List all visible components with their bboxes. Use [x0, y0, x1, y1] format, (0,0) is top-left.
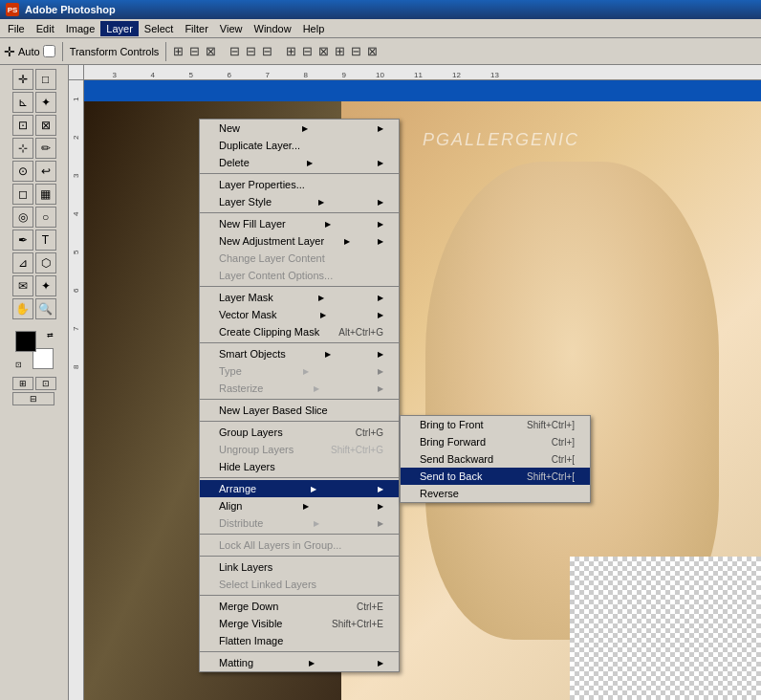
ruler-mark: 7: [233, 71, 272, 79]
path-tool[interactable]: ⊿: [12, 252, 33, 273]
dist-icon1[interactable]: ⊞: [286, 44, 296, 58]
menu-align[interactable]: Align ▶: [200, 497, 399, 514]
dodge-tool[interactable]: ○: [35, 207, 56, 228]
menu-matting[interactable]: Matting ▶: [200, 654, 399, 671]
slice-tool[interactable]: ⊠: [35, 115, 56, 136]
hand-tool[interactable]: ✋: [12, 298, 33, 319]
menu-divider-2: [200, 212, 399, 213]
arrange-bring-to-front[interactable]: Bring to Front Shift+Ctrl+]: [401, 416, 590, 433]
eraser-tool[interactable]: ◻: [12, 184, 33, 205]
healing-tool[interactable]: ⊹: [12, 138, 33, 159]
clone-tool[interactable]: ⊙: [12, 161, 33, 182]
canvas-with-ruler: 1 2 3 4 5 6 7 8: [69, 80, 761, 700]
menu-filter[interactable]: Filter: [179, 21, 213, 36]
menu-rasterize: Rasterize ▶: [200, 380, 399, 397]
shape-tool[interactable]: ⬡: [35, 252, 56, 273]
ruler-mark-v: 8: [69, 348, 83, 386]
pen-tool[interactable]: ✒: [12, 230, 33, 251]
magic-wand-tool[interactable]: ✦: [35, 92, 56, 113]
lasso-tool[interactable]: ⊾: [12, 92, 33, 113]
arrange-bring-forward[interactable]: Bring Forward Ctrl+]: [401, 433, 590, 450]
menu-arrange[interactable]: Arrange ▶: [200, 480, 399, 497]
standard-mode-btn[interactable]: ⊞: [12, 377, 33, 390]
menu-divider-7: [200, 477, 399, 478]
menu-layer-content-options-label: Layer Content Options...: [219, 270, 333, 281]
quickmask-mode-btn[interactable]: ⊡: [35, 377, 56, 390]
menu-merge-visible-shortcut: Shift+Ctrl+E: [332, 619, 383, 629]
blur-tool[interactable]: ◎: [12, 207, 33, 228]
menu-select[interactable]: Select: [139, 21, 180, 36]
align-middle-icon[interactable]: ⊟: [246, 44, 256, 58]
canvas-title-bar: [84, 80, 761, 101]
menu-new[interactable]: New ▶: [200, 120, 399, 137]
dist-icon5[interactable]: ⊟: [351, 44, 361, 58]
menu-clipping-mask-label: Create Clipping Mask: [219, 326, 319, 338]
crop-tool[interactable]: ⊡: [12, 115, 33, 136]
menu-rasterize-arrow: ▶: [314, 384, 319, 393]
color-swatches: ⇄ ⊡: [15, 331, 54, 369]
arrange-bring-forward-label: Bring Forward: [420, 436, 486, 448]
menu-group-layers[interactable]: Group Layers Ctrl+G: [200, 424, 399, 441]
marquee-tool[interactable]: □: [35, 69, 56, 90]
swap-colors-icon[interactable]: ⇄: [47, 331, 54, 339]
gradient-tool[interactable]: ▦: [35, 184, 56, 205]
menu-edit[interactable]: Edit: [31, 21, 60, 36]
brush-tool[interactable]: ✏: [35, 138, 56, 159]
foreground-color-swatch[interactable]: [15, 331, 36, 352]
arrange-bring-to-front-shortcut: Shift+Ctrl+]: [527, 420, 575, 430]
ruler-mark: 13: [463, 71, 501, 79]
menu-image[interactable]: Image: [60, 21, 101, 36]
menu-file[interactable]: File: [2, 21, 31, 36]
type-tool[interactable]: T: [35, 230, 56, 251]
menu-layer-properties[interactable]: Layer Properties...: [200, 176, 399, 193]
dist-icon3[interactable]: ⊠: [318, 44, 329, 58]
align-bottom-icon[interactable]: ⊟: [262, 44, 272, 58]
auto-checkbox[interactable]: [43, 45, 55, 57]
eyedropper-tool[interactable]: ✦: [35, 275, 56, 296]
align-top-icon[interactable]: ⊟: [229, 44, 240, 58]
menu-view[interactable]: View: [214, 21, 249, 36]
menu-flatten-image[interactable]: Flatten Image: [200, 632, 399, 649]
ruler-mark: 8: [272, 71, 310, 79]
menu-duplicate-layer[interactable]: Duplicate Layer...: [200, 137, 399, 154]
menu-new-adjustment-layer[interactable]: New Adjustment Layer ▶: [200, 232, 399, 250]
dist-icon4[interactable]: ⊞: [335, 44, 345, 58]
menu-smart-objects-arrow: ▶: [325, 350, 331, 359]
menu-merge-down[interactable]: Merge Down Ctrl+E: [200, 598, 399, 615]
zoom-tool[interactable]: 🔍: [35, 298, 56, 319]
menu-new-fill-layer[interactable]: New Fill Layer ▶: [200, 215, 399, 232]
menu-group-layers-label: Group Layers: [219, 427, 283, 438]
menu-smart-objects[interactable]: Smart Objects ▶: [200, 345, 399, 362]
menu-group-layers-shortcut: Ctrl+G: [356, 427, 383, 438]
menu-merge-visible[interactable]: Merge Visible Shift+Ctrl+E: [200, 615, 399, 632]
screen-mode-btn[interactable]: ⊟: [12, 392, 54, 405]
menu-layer[interactable]: Layer: [100, 21, 139, 36]
menu-delete[interactable]: Delete ▶: [200, 154, 399, 171]
menu-layer-style[interactable]: Layer Style ▶: [200, 193, 399, 210]
menu-change-layer-content: Change Layer Content: [200, 250, 399, 267]
move-tool[interactable]: ✛: [12, 69, 33, 90]
history-tool[interactable]: ↩: [35, 161, 56, 182]
menu-link-layers[interactable]: Link Layers: [200, 558, 399, 576]
menu-window[interactable]: Window: [249, 21, 297, 36]
align-left-icon[interactable]: ⊞: [173, 44, 184, 58]
align-right-icon[interactable]: ⊠: [206, 44, 216, 58]
arrange-reverse[interactable]: Reverse: [401, 485, 590, 502]
default-colors-icon[interactable]: ⊡: [15, 361, 22, 369]
menu-vector-mask[interactable]: Vector Mask ▶: [200, 306, 399, 323]
align-center-icon[interactable]: ⊟: [189, 44, 200, 58]
menu-flatten-image-label: Flatten Image: [219, 635, 283, 646]
dist-icon2[interactable]: ⊟: [302, 44, 313, 58]
menu-new-layer-based-slice[interactable]: New Layer Based Slice: [200, 402, 399, 419]
menu-help[interactable]: Help: [297, 21, 331, 36]
arrange-send-to-back[interactable]: Send to Back Shift+Ctrl+[: [401, 468, 590, 485]
notes-tool[interactable]: ✉: [12, 275, 33, 296]
menu-hide-layers[interactable]: Hide Layers: [200, 458, 399, 475]
menu-align-label: Align: [219, 500, 242, 512]
menu-layer-mask[interactable]: Layer Mask ▶: [200, 289, 399, 306]
menu-divider-6: [200, 421, 399, 422]
dist-icon6[interactable]: ⊠: [367, 44, 378, 58]
arrange-send-backward[interactable]: Send Backward Ctrl+[: [401, 450, 590, 468]
menu-create-clipping-mask[interactable]: Create Clipping Mask Alt+Ctrl+G: [200, 323, 399, 340]
toolbar-icons: ⊞ ⊟ ⊠ ⊟ ⊟ ⊟ ⊞ ⊟ ⊠ ⊞ ⊟ ⊠: [173, 44, 378, 58]
